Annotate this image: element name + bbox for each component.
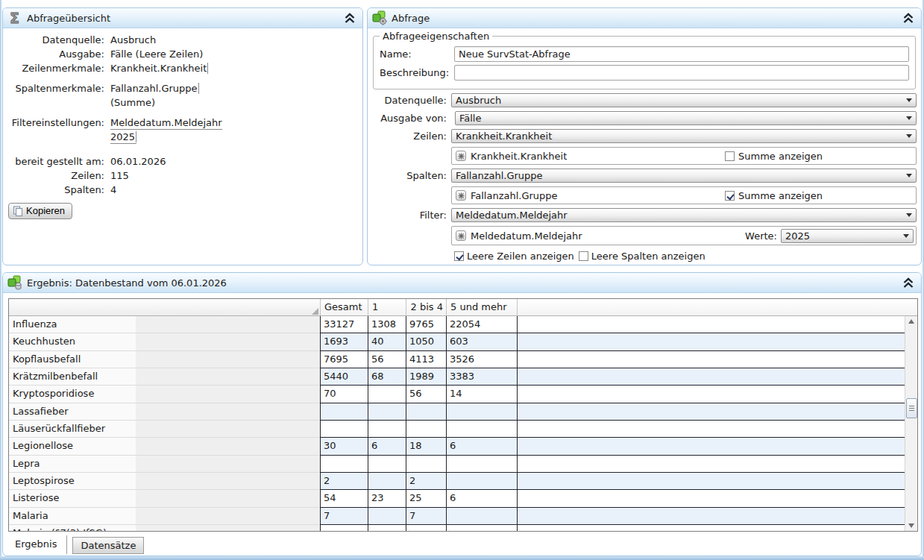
row-label-cell[interactable]: Lassafieber (9, 403, 136, 421)
copy-button[interactable]: Kopieren (8, 203, 72, 219)
cell-1[interactable]: 6 (368, 438, 406, 455)
row-label-cell[interactable]: Kryptosporidiose (9, 386, 136, 403)
row-label-cell[interactable]: Kopflausbefall (9, 351, 136, 368)
cell-2bis4[interactable]: 1050 (406, 333, 446, 350)
output-select[interactable]: Fälle (455, 111, 917, 125)
werte-select[interactable]: 2025 (781, 229, 914, 243)
description-input[interactable] (454, 65, 909, 81)
cell-gesamt[interactable]: 70 (320, 386, 368, 403)
rows-select[interactable]: Krankheit.Krankheit (451, 129, 917, 143)
table-row[interactable]: Läuserückfallfieber (9, 421, 917, 438)
table-row[interactable]: Listeriose 54 23 25 6 (9, 490, 917, 507)
sort-corner-icon[interactable] (312, 308, 318, 315)
datasource-select[interactable]: Ausbruch (451, 93, 917, 107)
cell-2bis4[interactable] (406, 525, 446, 531)
cell-1[interactable] (368, 421, 406, 438)
cell-gesamt[interactable]: 5440 (320, 368, 368, 386)
cell-gesamt[interactable]: 54 (320, 490, 368, 507)
tab-datensaetze[interactable]: Datensätze (72, 537, 144, 554)
table-row[interactable]: Legionellose 30 6 18 6 (9, 438, 917, 455)
row-label-cell[interactable]: Läuserückfallfieber (9, 421, 136, 438)
cell-2bis4[interactable]: 2 (406, 473, 446, 490)
cell-5undmehr[interactable]: 6 (446, 490, 517, 507)
cell-2bis4[interactable]: 1989 (406, 368, 446, 386)
table-row[interactable]: Leptospirose 2 2 (9, 473, 917, 490)
empty-cols-checkbox[interactable] (579, 251, 588, 261)
cell-2bis4[interactable]: 18 (406, 438, 446, 455)
filter-select[interactable]: Meldedatum.Meldejahr (451, 208, 917, 222)
collapse-icon[interactable] (343, 12, 356, 24)
cell-gesamt[interactable] (320, 525, 368, 531)
cell-5undmehr[interactable]: 22054 (446, 316, 517, 333)
row-label-cell[interactable]: Leptospirose (9, 473, 136, 490)
cell-gesamt[interactable]: 7695 (320, 351, 368, 368)
cell-gesamt[interactable]: 30 (320, 438, 368, 455)
cell-1[interactable] (368, 508, 406, 525)
remove-member-icon[interactable] (456, 230, 466, 241)
column-header-gesamt[interactable]: Gesamt (320, 299, 368, 315)
row-label-cell[interactable]: Keuchhusten (9, 333, 136, 350)
row-label-cell[interactable]: Listeriose (9, 490, 136, 507)
cell-2bis4[interactable]: 7 (406, 508, 446, 525)
cell-5undmehr[interactable] (446, 473, 517, 490)
remove-member-icon[interactable] (456, 190, 466, 201)
cell-gesamt[interactable] (320, 421, 368, 438)
cell-1[interactable]: 1308 (368, 316, 406, 333)
scroll-thumb[interactable] (906, 398, 917, 418)
collapse-icon[interactable] (902, 277, 915, 289)
cell-gesamt[interactable]: 1693 (320, 333, 368, 350)
table-row[interactable]: Malaria (§7(3) IfSG) (9, 525, 917, 531)
cell-1[interactable]: 56 (368, 351, 406, 368)
cell-gesamt[interactable]: 7 (320, 508, 368, 525)
grid-corner-header[interactable] (9, 299, 320, 315)
cols-select[interactable]: Fallanzahl.Gruppe (451, 169, 917, 183)
cell-5undmehr[interactable] (446, 508, 517, 525)
cell-1[interactable] (368, 456, 406, 473)
cell-1[interactable] (368, 473, 406, 490)
row-label-cell[interactable]: Malaria (§7(3) IfSG) (9, 525, 136, 531)
cell-gesamt[interactable] (320, 456, 368, 473)
cell-5undmehr[interactable] (446, 403, 517, 421)
cell-5undmehr[interactable] (446, 456, 517, 473)
cell-5undmehr[interactable]: 14 (446, 386, 517, 403)
table-row[interactable]: Krätzmilbenbefall 5440 68 1989 3383 (9, 368, 917, 386)
cell-1[interactable] (368, 525, 406, 531)
cell-2bis4[interactable]: 9765 (406, 316, 446, 333)
table-row[interactable]: Kopflausbefall 7695 56 4113 3526 (9, 351, 917, 368)
tab-ergebnis[interactable]: Ergebnis (8, 535, 67, 554)
cell-1[interactable]: 68 (368, 368, 406, 386)
cell-1[interactable]: 40 (368, 333, 406, 350)
row-label-cell[interactable]: Malaria (9, 508, 136, 525)
cell-5undmehr[interactable] (446, 421, 517, 438)
cell-2bis4[interactable]: 25 (406, 490, 446, 507)
cols-sum-checkbox[interactable] (725, 191, 735, 201)
cell-2bis4[interactable]: 4113 (406, 351, 446, 368)
vertical-scrollbar[interactable] (905, 316, 917, 531)
table-row[interactable]: Lassafieber (9, 403, 917, 421)
column-header-5undmehr[interactable]: 5 und mehr (446, 299, 517, 315)
cell-2bis4[interactable] (406, 456, 446, 473)
empty-rows-checkbox[interactable] (454, 251, 464, 261)
row-label-cell[interactable]: Krätzmilbenbefall (9, 368, 136, 386)
cell-1[interactable]: 23 (368, 490, 406, 507)
row-label-cell[interactable]: Lepra (9, 456, 136, 473)
cell-5undmehr[interactable]: 3526 (446, 351, 517, 368)
table-row[interactable]: Malaria 7 7 (9, 508, 917, 525)
name-input[interactable] (454, 46, 909, 62)
cell-2bis4[interactable]: 56 (406, 386, 446, 403)
cell-2bis4[interactable] (406, 421, 446, 438)
cell-1[interactable] (368, 403, 406, 421)
cell-5undmehr[interactable]: 603 (446, 333, 517, 350)
cell-gesamt[interactable]: 2 (320, 473, 368, 490)
row-label-cell[interactable]: Legionellose (9, 438, 136, 455)
cell-5undmehr[interactable]: 6 (446, 438, 517, 455)
remove-member-icon[interactable] (456, 151, 466, 161)
row-label-cell[interactable]: Influenza (9, 316, 136, 333)
cell-2bis4[interactable] (406, 403, 446, 421)
cell-5undmehr[interactable] (446, 525, 517, 531)
table-row[interactable]: Kryptosporidiose 70 56 14 (9, 386, 917, 403)
scroll-down-icon[interactable] (908, 523, 914, 528)
table-row[interactable]: Keuchhusten 1693 40 1050 603 (9, 333, 917, 350)
table-row[interactable]: Lepra (9, 456, 917, 473)
cell-gesamt[interactable] (320, 403, 368, 421)
